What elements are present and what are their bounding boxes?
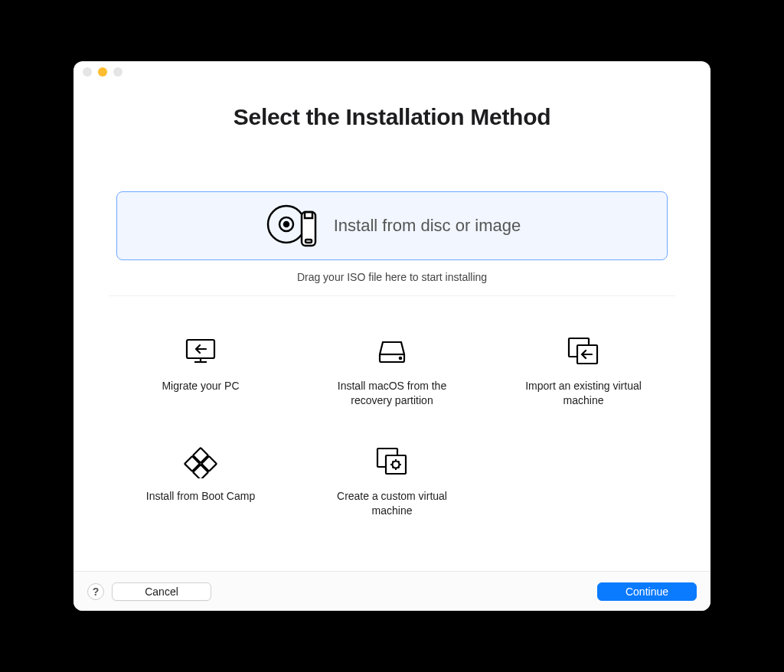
option-import-vm[interactable]: Import an existing virtual machine <box>492 334 675 408</box>
svg-rect-18 <box>386 455 406 474</box>
option-install-macos-recovery[interactable]: Install macOS from the recovery partitio… <box>300 334 484 408</box>
primary-option-label: Install from disc or image <box>334 216 521 236</box>
maximize-button[interactable] <box>113 67 122 77</box>
help-button[interactable]: ? <box>87 583 104 600</box>
page-title: Select the Installation Method <box>234 104 550 130</box>
titlebar <box>74 61 710 83</box>
drag-hint-text: Drag your ISO file here to start install… <box>297 271 487 283</box>
svg-rect-3 <box>302 212 315 246</box>
svg-point-10 <box>400 357 401 359</box>
minimize-button[interactable] <box>98 67 107 77</box>
footer: ? Cancel Continue <box>74 571 710 611</box>
boot-camp-icon <box>184 445 217 478</box>
installer-window: Select the Installation Method Install f… <box>74 61 710 611</box>
cancel-button[interactable]: Cancel <box>112 582 211 601</box>
option-label: Install macOS from the recovery partitio… <box>323 379 461 408</box>
divider <box>109 295 675 296</box>
svg-point-2 <box>284 222 289 227</box>
option-install-from-disc-or-image[interactable]: Install from disc or image <box>116 191 668 260</box>
option-create-custom-vm[interactable]: Create a custom virtual machine <box>300 445 484 518</box>
continue-button[interactable]: Continue <box>597 582 697 601</box>
svg-rect-14 <box>185 456 200 471</box>
option-label: Create a custom virtual machine <box>323 489 461 518</box>
svg-rect-15 <box>201 456 217 471</box>
disc-usb-icon <box>263 201 320 250</box>
svg-rect-13 <box>193 448 208 463</box>
svg-rect-16 <box>193 465 208 478</box>
option-label: Install from Boot Camp <box>146 489 255 504</box>
migrate-pc-icon <box>183 334 218 368</box>
option-install-boot-camp[interactable]: Install from Boot Camp <box>109 445 292 518</box>
option-migrate-pc[interactable]: Migrate your PC <box>109 334 292 408</box>
custom-vm-icon <box>374 445 410 478</box>
content-area: Select the Installation Method Install f… <box>74 83 710 571</box>
hard-drive-icon <box>375 334 409 368</box>
options-grid: Migrate your PC Install macOS from the r… <box>109 334 675 518</box>
help-icon: ? <box>93 586 100 598</box>
option-label: Import an existing virtual machine <box>514 379 652 408</box>
import-vm-icon <box>566 334 601 368</box>
option-label: Migrate your PC <box>162 379 239 393</box>
close-button[interactable] <box>83 67 92 77</box>
